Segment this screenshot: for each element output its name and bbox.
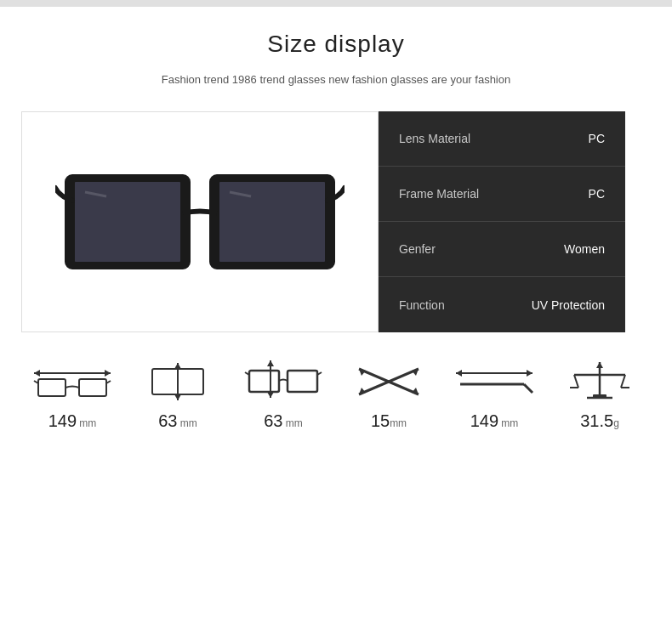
measurement-bridge: 15mm	[346, 358, 431, 431]
svg-marker-14	[174, 363, 181, 369]
measurement-lens-width: 63 mm	[241, 358, 326, 431]
glasses-image	[21, 111, 379, 332]
spec-value-lens: PC	[589, 132, 605, 145]
page: Size display Fashion trend 1986 trend gl…	[0, 0, 672, 629]
svg-marker-15	[174, 394, 181, 400]
svg-rect-21	[288, 371, 317, 392]
svg-marker-8	[105, 370, 111, 377]
measurement-weight: 31.5g	[557, 358, 642, 431]
temple-value: 149 mm	[470, 411, 519, 431]
spec-row-gender: Genfer Women	[379, 222, 625, 277]
spec-label-lens: Lens Material	[399, 132, 470, 145]
svg-line-39	[621, 375, 625, 388]
svg-rect-20	[249, 371, 279, 392]
measurement-total-width: 149 mm	[30, 358, 115, 431]
spec-row-function: Function UV Protection	[379, 277, 625, 332]
svg-marker-7	[34, 370, 40, 377]
svg-rect-9	[38, 379, 65, 396]
spec-value-frame: PC	[589, 187, 605, 201]
total-width-icon	[30, 358, 115, 405]
page-title: Size display	[162, 31, 510, 58]
svg-marker-43	[596, 362, 603, 368]
measurement-temple: 149 mm	[452, 358, 537, 431]
weight-icon	[557, 358, 642, 405]
lens-height-value: 63 mm	[158, 411, 197, 431]
bridge-icon	[346, 358, 431, 405]
spec-value-gender: Women	[564, 242, 605, 256]
svg-line-37	[574, 375, 578, 388]
title-section: Size display Fashion trend 1986 trend gl…	[162, 31, 510, 86]
measurement-lens-height: 63 mm	[135, 358, 220, 431]
spec-label-gender: Genfer	[399, 242, 436, 256]
spec-label-function: Function	[399, 298, 445, 312]
spec-row-frame-material: Frame Material PC	[379, 167, 625, 222]
total-width-value: 149 mm	[48, 411, 97, 431]
svg-rect-10	[79, 379, 106, 396]
weight-value: 31.5g	[580, 411, 619, 431]
svg-line-34	[524, 384, 532, 393]
spec-value-function: UV Protection	[532, 298, 605, 312]
glasses-svg	[55, 137, 345, 307]
svg-marker-32	[527, 370, 532, 377]
page-subtitle: Fashion trend 1986 trend glasses new fas…	[162, 73, 510, 86]
main-content: Lens Material PC Frame Material PC Genfe…	[21, 111, 651, 332]
lens-height-icon	[135, 358, 220, 405]
svg-marker-31	[456, 370, 462, 377]
specs-table: Lens Material PC Frame Material PC Genfe…	[379, 111, 625, 332]
svg-marker-18	[267, 360, 274, 366]
measurements-section: 149 mm 63 mm	[21, 358, 651, 431]
spec-row-lens-material: Lens Material PC	[379, 111, 625, 167]
lens-width-icon	[241, 358, 326, 405]
bridge-value: 15mm	[371, 411, 407, 431]
lens-width-value: 63 mm	[264, 411, 303, 431]
spec-label-frame: Frame Material	[399, 187, 479, 201]
top-bar	[0, 0, 672, 7]
temple-icon	[452, 358, 537, 405]
